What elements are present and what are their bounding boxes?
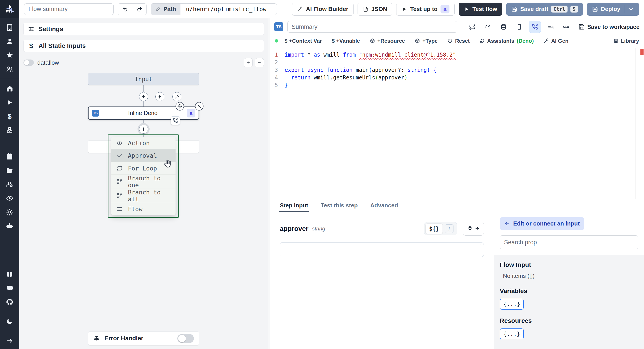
rail-gear[interactable]	[6, 208, 14, 216]
editor-toolbar-mock[interactable]	[560, 21, 572, 33]
calendar-icon	[6, 153, 14, 160]
save-to-workspace-button[interactable]: Save to workspace	[578, 24, 640, 31]
editor-badge-reset[interactable]: Reset	[448, 38, 470, 44]
rail-user[interactable]	[6, 38, 14, 45]
dataflow-toggle[interactable]	[24, 60, 34, 66]
undo-button[interactable]	[118, 4, 132, 15]
path-group[interactable]: Path u/henri/optimistic_flow	[151, 3, 277, 15]
variables-chip[interactable]: {...}	[500, 299, 524, 310]
zoom-in-button[interactable]	[244, 58, 253, 67]
deploy-label: Deploy	[601, 6, 620, 13]
rail-moon[interactable]	[6, 317, 14, 325]
search-prop-input[interactable]	[500, 235, 638, 249]
editor-badge-type[interactable]: +Type	[415, 38, 438, 44]
rail-book[interactable]	[6, 270, 14, 278]
json-label: JSON	[372, 6, 387, 13]
rail-star[interactable]	[6, 52, 14, 59]
tab-test-this-step[interactable]: Test this step	[321, 199, 358, 212]
phone-incoming-icon	[173, 118, 178, 123]
fn-mode-button[interactable]: f	[445, 224, 454, 233]
step-summary-input[interactable]	[287, 21, 457, 33]
path-button[interactable]: Path	[151, 4, 180, 15]
menu-item-action[interactable]: Action	[111, 137, 176, 149]
test-up-to-step-badge: a	[440, 5, 450, 14]
all-static-inputs-card[interactable]: $ All Static Inputs	[24, 40, 264, 52]
error-handler-card[interactable]: Error Handler	[88, 331, 199, 345]
trigger-button[interactable]	[156, 92, 164, 101]
plus-icon	[246, 60, 250, 65]
all-static-inputs-label: All Static Inputs	[38, 42, 86, 50]
editor-badge-context-var[interactable]: $ +Context Var	[284, 38, 322, 44]
kbd-ctrl: Ctrl	[551, 6, 568, 13]
editor-toolbar-suspend-approval[interactable]	[529, 21, 541, 33]
rail-cubes[interactable]	[6, 126, 14, 134]
edit-or-connect-button[interactable]: Edit or connect an input	[500, 217, 584, 230]
zoom-out-button[interactable]	[255, 58, 264, 67]
insert-step-button[interactable]	[139, 92, 148, 101]
menu-item-for-loop[interactable]: For Loop	[111, 162, 176, 175]
code-editor[interactable]: 1import * as wmill from "npm:windmill-cl…	[270, 48, 644, 199]
rail-users-gear[interactable]	[6, 181, 14, 188]
save-draft-button[interactable]: Save draft Ctrl S	[506, 3, 583, 16]
move-node-button[interactable]	[176, 102, 184, 111]
expr-mode-button[interactable]: ${}	[426, 223, 443, 234]
kbd-s: S	[570, 6, 578, 13]
editor-badge-assistants[interactable]: Assistants (Deno)	[480, 38, 534, 44]
editor-badges-row: $ +Context Var $ +Variable	[270, 34, 644, 48]
rail-robot[interactable]	[6, 222, 14, 230]
editor-toolbar-sleep[interactable]	[544, 21, 556, 33]
rail-building[interactable]	[6, 24, 14, 31]
redo-button[interactable]	[132, 4, 146, 15]
panel-resize-handle[interactable]	[268, 18, 270, 349]
tab-step-input[interactable]: Step Input	[280, 199, 308, 212]
menu-item-approval[interactable]: Approval	[111, 149, 176, 162]
editor-toolbar-cache[interactable]	[498, 21, 510, 33]
connect-input-button[interactable]	[463, 222, 484, 236]
cubes-icon	[6, 126, 14, 134]
deploy-button[interactable]: Deploy	[587, 3, 639, 16]
json-button[interactable]: JSON	[358, 3, 392, 16]
settings-card[interactable]: Settings	[24, 23, 264, 35]
rail-dollar[interactable]: $	[6, 113, 14, 120]
resources-chip[interactable]: {...}	[500, 328, 524, 339]
editor-badge-variable[interactable]: $ +Variable	[332, 38, 360, 44]
rail-github[interactable]	[6, 298, 14, 306]
rail-eye[interactable]	[6, 194, 14, 202]
flow-input-node[interactable]: Input	[88, 73, 199, 85]
rail-play[interactable]	[6, 99, 14, 106]
language-status-dot	[275, 39, 278, 43]
windmill-logo[interactable]	[0, 0, 19, 18]
test-flow-button[interactable]: Test flow	[459, 3, 502, 16]
menu-item-branch-to-one[interactable]: Branch to one	[111, 175, 176, 189]
step-node-label: Inline Deno	[99, 110, 187, 117]
rail-home[interactable]	[6, 85, 14, 92]
menu-item-branch-to-all[interactable]: Branch to all	[111, 189, 176, 203]
menu-item-flow[interactable]: Flow	[111, 203, 176, 215]
ai-flow-builder-button[interactable]: AI Flow Builder	[292, 3, 353, 16]
connect-pane-header	[494, 199, 644, 212]
editor-badge-resource[interactable]: +Resource	[370, 38, 405, 44]
rail-arrow-right[interactable]	[6, 337, 14, 344]
rail-folder[interactable]	[6, 167, 14, 174]
editor-toolbar-concurrency[interactable]	[513, 21, 525, 33]
insert-step-below-button[interactable]	[139, 125, 148, 134]
flow-graph-panel: Settings $ All Static Inputs dataflow	[19, 18, 268, 349]
rail-calendar[interactable]	[6, 153, 14, 160]
edit-or-connect-label: Edit or connect an input	[513, 220, 580, 227]
tab-advanced[interactable]: Advanced	[370, 199, 398, 212]
editor-toolbar-early-stop[interactable]	[482, 21, 494, 33]
redo-icon	[137, 6, 142, 12]
approver-value-input[interactable]	[280, 242, 484, 257]
editor-badge-ai-gen[interactable]: AI Gen	[544, 38, 568, 44]
library-button[interactable]: Library	[613, 38, 639, 44]
editor-toolbar-retries[interactable]	[466, 21, 478, 33]
test-up-to-button[interactable]: Test up to a	[396, 3, 454, 16]
chevron-down-icon[interactable]	[628, 6, 634, 12]
move-icon	[177, 104, 182, 109]
delete-node-button[interactable]	[195, 102, 204, 111]
rail-users[interactable]	[6, 65, 14, 73]
flow-summary-input[interactable]	[24, 3, 114, 15]
rail-discord[interactable]	[6, 284, 14, 292]
error-handler-toggle[interactable]	[177, 334, 194, 343]
ai-insert-button[interactable]	[172, 92, 181, 101]
